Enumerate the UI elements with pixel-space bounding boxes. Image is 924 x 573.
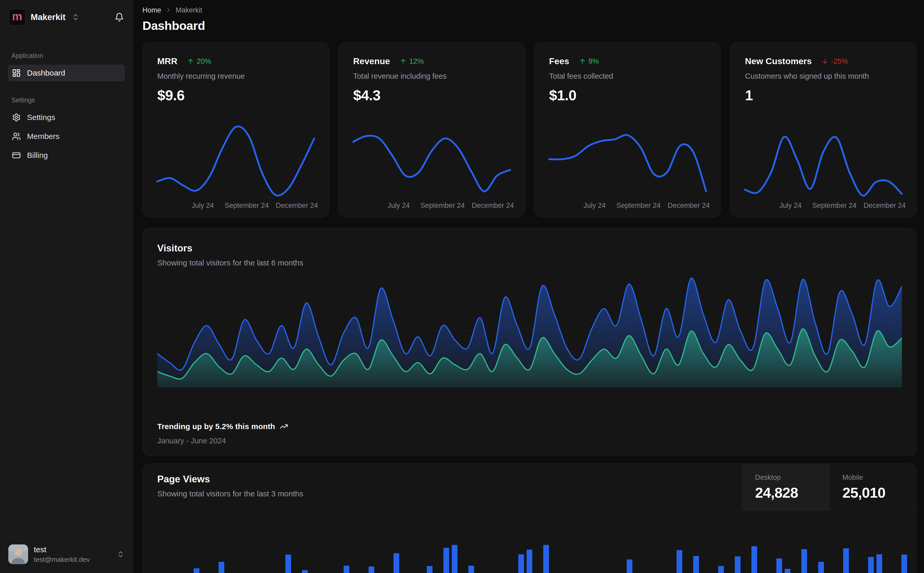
nav-group-settings: Settings Settings Members Billing: [8, 96, 125, 164]
page-views-bar: [543, 545, 549, 573]
sidebar-item-dashboard[interactable]: Dashboard: [8, 65, 125, 81]
page-views-bar: [785, 569, 791, 573]
x-tick: December 24: [668, 202, 710, 210]
page-views-bar: [693, 556, 699, 573]
user-name: test: [34, 545, 90, 554]
trend-value: 20%: [196, 57, 211, 66]
visitors-card: Visitors Showing total visitors for the …: [143, 228, 917, 456]
page-views-title: Page Views: [157, 474, 727, 485]
tab-mobile[interactable]: Mobile 25,010: [829, 464, 916, 510]
stat-card-mrr: MRR 20% Monthly recurring revenue $9.6 J…: [143, 42, 329, 217]
x-tick: December 24: [864, 202, 906, 210]
page-views-bar: [369, 567, 374, 573]
trend-value: -25%: [831, 57, 848, 66]
x-tick: December 24: [276, 202, 318, 210]
stat-card-new-customers: New Customers -25% Customers who signed …: [730, 42, 917, 217]
page-views-bar: [468, 566, 474, 573]
main-content: Home Makerkit Dashboard MRR 20% Monthly …: [133, 0, 924, 573]
stat-title: Fees: [549, 56, 569, 66]
stat-title: Revenue: [353, 56, 390, 66]
sparkline-chart: [745, 114, 902, 197]
x-tick: September 24: [617, 202, 661, 210]
page-views-bar: [219, 562, 224, 573]
page-views-bar: [527, 550, 532, 573]
page-views-bar: [302, 570, 308, 573]
page-views-bar: [443, 548, 449, 573]
breadcrumb-home-link[interactable]: Home: [143, 6, 161, 14]
x-tick: September 24: [224, 202, 269, 210]
trend-badge: 12%: [400, 57, 424, 66]
visitors-period: January - June 2024: [157, 437, 226, 445]
page-views-bar: [194, 568, 199, 573]
trend-value: 9%: [588, 57, 599, 66]
breadcrumb-current: Makerkit: [176, 6, 202, 14]
desktop-label: Desktop: [755, 473, 816, 482]
visitors-description: Showing total visitors for the last 6 mo…: [157, 258, 902, 267]
x-tick: September 24: [813, 202, 857, 210]
visitors-trending: Trending up by 5.2% this month: [157, 422, 288, 431]
page-views-bar: [427, 566, 433, 573]
avatar: [8, 545, 28, 564]
x-tick: September 24: [420, 202, 465, 210]
team-switcher[interactable]: m Makerkit: [6, 7, 127, 28]
sidebar: m Makerkit Application Dashboard Setting…: [0, 0, 133, 573]
sidebar-item-billing[interactable]: Billing: [8, 147, 125, 164]
sparkline-chart: [157, 114, 314, 197]
page-views-bar: [718, 566, 724, 573]
arrow-up-icon: [187, 58, 194, 65]
visitors-area-chart: [157, 275, 902, 387]
x-tick: July 24: [584, 202, 606, 210]
stat-cards-row: MRR 20% Monthly recurring revenue $9.6 J…: [143, 42, 917, 217]
page-views-bar: [868, 557, 874, 573]
notifications-bell-icon[interactable]: [115, 13, 124, 22]
chevrons-up-down-icon: [117, 550, 124, 558]
page-views-bar: [627, 559, 632, 573]
page-views-bar: [394, 553, 399, 573]
page-views-bar: [751, 546, 757, 573]
sidebar-nav: Application Dashboard Settings Settings …: [6, 52, 127, 164]
stat-value: $1.0: [549, 87, 706, 103]
x-axis-ticks: July 24 September 24 December 24: [745, 202, 902, 210]
trend-badge: 9%: [579, 57, 599, 66]
page-views-bar: [801, 549, 807, 573]
stat-description: Total fees collected: [549, 72, 706, 80]
gear-icon: [12, 113, 21, 122]
sparkline-chart: [353, 114, 510, 197]
breadcrumb: Home Makerkit: [143, 6, 917, 14]
chevrons-up-down-icon: [72, 13, 80, 21]
trend-value: 12%: [409, 57, 424, 66]
members-icon: [12, 132, 21, 141]
stat-card-fees: Fees 9% Total fees collected $1.0 July 2…: [534, 42, 721, 217]
mobile-label: Mobile: [842, 473, 904, 482]
stat-description: Customers who signed up this month: [745, 72, 902, 80]
stat-value: $4.3: [353, 87, 510, 103]
sidebar-item-members[interactable]: Members: [8, 128, 125, 145]
x-axis-ticks: July 24 September 24 December 24: [549, 202, 706, 210]
page-title: Dashboard: [143, 19, 917, 32]
page-views-header: Page Views Showing total visitors for th…: [143, 464, 916, 511]
sidebar-item-label: Dashboard: [27, 69, 65, 77]
page-views-bar: [818, 562, 824, 573]
page-views-bar: [901, 554, 907, 573]
app-name: Makerkit: [31, 12, 66, 22]
user-menu[interactable]: test test@makerkit.dev: [6, 543, 127, 566]
page-views-bar: [676, 550, 682, 573]
sidebar-item-settings[interactable]: Settings: [8, 109, 125, 126]
trend-badge: -25%: [822, 57, 848, 66]
stat-value: $9.6: [157, 87, 314, 103]
arrow-up-icon: [400, 58, 406, 65]
sidebar-item-label: Members: [27, 132, 60, 141]
stat-value: 1: [745, 87, 902, 103]
billing-card-icon: [12, 151, 21, 160]
page-views-bar: [735, 556, 740, 573]
stat-title: New Customers: [745, 56, 812, 66]
arrow-down-icon: [822, 58, 828, 65]
nav-group-label: Application: [8, 52, 125, 59]
sidebar-item-label: Settings: [27, 113, 55, 122]
page-views-bar: [777, 559, 782, 573]
page-views-bar: [344, 566, 349, 573]
sidebar-item-label: Billing: [27, 151, 48, 160]
tab-desktop[interactable]: Desktop 24,828: [742, 464, 829, 510]
visitors-title: Visitors: [157, 243, 902, 254]
page-views-bar: [452, 545, 458, 573]
